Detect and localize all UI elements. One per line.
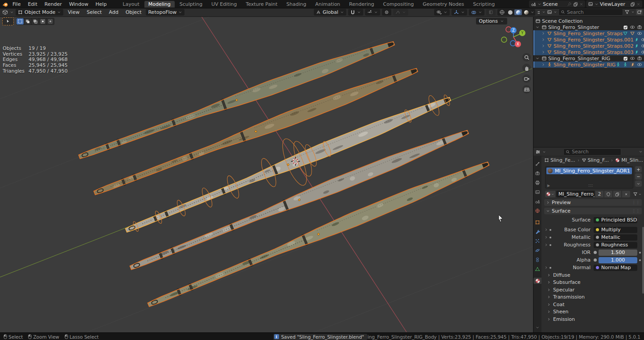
new-collection-button[interactable] (636, 9, 643, 15)
panel-diffuse[interactable]: Diffuse (541, 271, 644, 279)
snap-target[interactable] (365, 9, 380, 16)
workspace-tab-modeling[interactable]: Modeling (144, 1, 175, 8)
proportional-editing[interactable] (382, 9, 391, 16)
material-slot-selected[interactable]: MI_Sling_Ferro_Slingster_AOR1 (546, 168, 632, 174)
hide-eye-icon[interactable] (641, 43, 644, 49)
base-color-input[interactable]: Multiply (594, 227, 637, 233)
tab-constraints[interactable] (533, 257, 541, 263)
chevron-right-icon[interactable] (541, 62, 546, 67)
sling-strap-object[interactable] (146, 157, 491, 311)
new-scene-icon[interactable] (573, 2, 578, 7)
menu-select[interactable]: Select (84, 9, 104, 15)
pan-view-button[interactable] (522, 64, 531, 72)
panel-surface[interactable]: Surface ⋮⋮ (544, 208, 642, 214)
tab-world[interactable] (533, 208, 541, 214)
panel-sheen[interactable]: Sheen (541, 308, 644, 316)
gizmo-axis-neg-z[interactable] (510, 41, 516, 46)
saved-notification[interactable]: i Saved "Sling_Ferro_Slingster.blend" (273, 334, 367, 340)
workspace-tab-uv-editing[interactable]: UV Editing (207, 1, 241, 8)
breadcrumb-material[interactable]: MI_Slin... (621, 157, 643, 163)
hide-eye-icon[interactable] (630, 25, 635, 30)
viewlayer-selector[interactable]: ViewLayer (586, 0, 642, 8)
menu-window[interactable]: Window (66, 1, 91, 8)
select-mode-new-button[interactable] (16, 18, 24, 25)
viewport-3d[interactable]: Options Objects19 / 19 Vertices23,925 / … (0, 16, 533, 332)
exclude-checkbox[interactable] (623, 25, 628, 30)
navigation-gizmo[interactable]: Z Y X (500, 24, 528, 51)
blender-logo-icon[interactable] (2, 1, 8, 8)
menu-object[interactable]: Object (123, 9, 144, 15)
tab-scene[interactable] (533, 198, 541, 205)
chevron-down-icon[interactable] (535, 25, 540, 29)
proportional-falloff[interactable] (393, 9, 408, 16)
gizmo-axis-neg-x[interactable] (506, 27, 511, 32)
tab-view-layer[interactable] (533, 189, 541, 195)
breadcrumb-object[interactable]: Sling_Fe... (550, 157, 575, 163)
roughness-input[interactable]: Roughness (594, 242, 637, 248)
scrollbar[interactable] (642, 227, 644, 294)
gizmo-axis-neg-y[interactable] (501, 37, 507, 42)
menu-render[interactable]: Render (41, 1, 65, 8)
perspective-toggle-button[interactable] (522, 85, 531, 94)
shading-material-button[interactable] (514, 9, 522, 15)
zoom-view-button[interactable] (522, 53, 531, 61)
outliner-row-straps[interactable]: Sling_Ferro_Slingster_Straps (533, 30, 644, 37)
shading-wireframe-button[interactable] (498, 9, 506, 15)
panel-emission[interactable]: Emission (541, 315, 644, 323)
chevron-down-icon[interactable] (639, 150, 643, 154)
chevron-right-icon[interactable] (541, 37, 546, 42)
outliner-search-input[interactable]: Search (558, 8, 623, 16)
tab-physics[interactable] (533, 247, 541, 254)
shader-select[interactable]: Principled BSDF (594, 217, 637, 223)
filter-funnel-icon[interactable] (624, 9, 630, 15)
show-overlays-toggle[interactable] (469, 9, 484, 16)
users-count-button[interactable]: 2 (595, 191, 603, 197)
workspace-tab-texture-paint[interactable]: Texture Paint (242, 1, 282, 8)
tab-render[interactable] (533, 170, 541, 176)
outliner-filter-icon[interactable] (547, 9, 552, 15)
workspace-tab-scripting[interactable]: Scripting (469, 1, 499, 8)
decorator-dot[interactable] (639, 252, 641, 254)
slot-expand-arrow[interactable]: ▶ (547, 184, 550, 188)
select-mode-subtract-button[interactable] (32, 18, 39, 25)
ior-slider[interactable]: 1.500 (599, 250, 637, 256)
panel-preview[interactable]: Preview ⋮⋮ (544, 199, 642, 206)
panel-transmission[interactable]: Transmission (541, 294, 644, 301)
decorator-dot[interactable] (639, 259, 641, 261)
list-resize-grip[interactable]: :::: (588, 184, 593, 188)
chevron-right-icon[interactable] (541, 50, 546, 54)
menu-view[interactable]: View (65, 9, 82, 15)
render-camera-icon[interactable] (637, 25, 642, 30)
chevron-right-icon[interactable] (544, 228, 548, 232)
workspace-tab-animation[interactable]: Animation (311, 1, 344, 8)
properties-search-input[interactable]: Search (563, 148, 621, 156)
tab-object-data[interactable] (533, 266, 541, 272)
outliner-row-rig-collection[interactable]: Sling_Ferro_Slingster_RIG (533, 55, 644, 61)
panel-coat[interactable]: Coat (541, 301, 644, 308)
hide-eye-icon[interactable] (641, 49, 644, 55)
workspace-tab-shading[interactable]: Shading (283, 1, 311, 8)
remove-slot-button[interactable]: − (635, 173, 642, 180)
material-filter-button[interactable] (633, 192, 642, 197)
slot-specials-button[interactable] (635, 180, 642, 187)
workspace-tab-geometry-nodes[interactable]: Geometry Nodes (418, 1, 468, 8)
outliner-row-straps-003[interactable]: Sling_Ferro_Slingster_Straps.003 (533, 49, 644, 55)
chevron-right-icon[interactable] (541, 44, 546, 48)
hide-eye-icon[interactable] (630, 56, 635, 61)
material-name-field[interactable]: MI_Sling_Ferro_Slingster_... (556, 191, 595, 197)
transform-orientation[interactable]: Global (314, 9, 346, 16)
xray-toggle[interactable] (486, 9, 496, 16)
panel-grip[interactable]: ⋮⋮ (632, 209, 640, 213)
workspace-tab-sculpting[interactable]: Sculpting (176, 1, 206, 8)
shading-rendered-button[interactable] (522, 9, 530, 15)
tab-material[interactable] (533, 278, 541, 284)
select-mode-intersect-button[interactable] (47, 18, 54, 25)
tab-tool[interactable] (533, 161, 541, 167)
tab-object[interactable] (533, 219, 541, 225)
select-mode-invert-button[interactable] (39, 18, 46, 25)
metallic-input[interactable]: Metallic (594, 234, 637, 241)
pin-icon[interactable] (567, 2, 572, 7)
properties-editor-icon[interactable] (535, 149, 541, 155)
menu-edit[interactable]: Edit (25, 1, 40, 8)
unlink-material-button[interactable] (622, 191, 630, 197)
